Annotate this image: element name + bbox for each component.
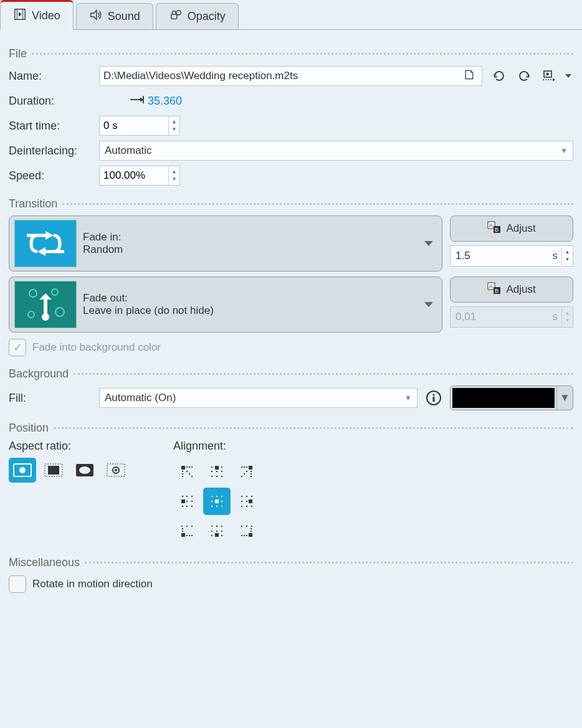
speed-up[interactable]: ▲ <box>172 168 177 176</box>
svg-rect-100 <box>251 506 252 507</box>
svg-rect-48 <box>191 466 193 468</box>
svg-rect-57 <box>221 466 222 468</box>
svg-rect-46 <box>186 466 188 468</box>
chevron-down-icon <box>424 237 433 250</box>
svg-rect-92 <box>249 499 252 503</box>
svg-rect-105 <box>182 528 183 529</box>
adjust-ab-icon: AB <box>487 282 501 298</box>
align-top-left[interactable] <box>173 458 201 485</box>
tab-opacity[interactable]: Opacity <box>156 3 239 29</box>
svg-text:B: B <box>495 227 499 233</box>
svg-point-6 <box>176 11 181 15</box>
svg-rect-82 <box>191 506 193 507</box>
svg-rect-35 <box>433 397 435 402</box>
adjust-ab-icon: AB <box>487 221 501 237</box>
svg-rect-106 <box>182 531 183 532</box>
chevron-down-icon: ▼ <box>404 394 412 402</box>
fade-out-adjust-button[interactable]: AB Adjust <box>450 277 573 303</box>
tab-video-label: Video <box>32 9 60 22</box>
svg-rect-125 <box>241 535 242 536</box>
chevron-down-icon: ▼ <box>560 146 568 155</box>
deinterlacing-select[interactable]: Automatic ▼ <box>99 141 573 161</box>
align-mid-left[interactable] <box>173 488 201 515</box>
align-center[interactable] <box>203 488 231 515</box>
fade-in-selector[interactable]: Fade in: Random <box>9 215 442 272</box>
fill-select[interactable]: Automatic (On) ▼ <box>99 388 417 408</box>
fade-in-value: Random <box>83 243 424 256</box>
fade-out-selector[interactable]: Fade out: Leave in place (do not hide) <box>9 277 442 333</box>
svg-rect-124 <box>250 531 252 532</box>
play-range-button[interactable] <box>538 65 560 87</box>
rotate-motion-checkbox[interactable] <box>9 575 26 593</box>
svg-rect-73 <box>246 471 247 472</box>
svg-marker-26 <box>39 293 52 316</box>
start-time-input[interactable]: ▲ ▼ <box>99 116 180 136</box>
svg-rect-118 <box>221 535 222 536</box>
svg-rect-65 <box>241 466 242 468</box>
section-transition: Transition <box>9 197 573 210</box>
duration-value[interactable]: 35.360 <box>148 95 182 108</box>
svg-rect-80 <box>182 506 183 507</box>
aspect-crop-button[interactable] <box>40 458 67 483</box>
fade-in-adjust-button[interactable]: AB Adjust <box>450 215 573 242</box>
svg-rect-87 <box>211 501 212 502</box>
fade-out-label: Fade out: <box>83 292 424 305</box>
svg-rect-116 <box>221 531 222 532</box>
svg-rect-111 <box>211 526 212 527</box>
svg-rect-99 <box>246 506 247 507</box>
align-bottom-left[interactable] <box>173 518 201 545</box>
svg-rect-114 <box>211 531 212 532</box>
rotate-cw-button[interactable] <box>513 65 535 87</box>
info-icon[interactable] <box>424 388 444 408</box>
tab-sound[interactable]: Sound <box>76 3 153 29</box>
rotate-ccw-button[interactable] <box>489 65 510 87</box>
color-dropdown-caret[interactable]: ▼ <box>556 386 573 410</box>
svg-rect-66 <box>244 466 245 468</box>
svg-rect-53 <box>189 473 190 475</box>
svg-rect-122 <box>251 526 252 527</box>
svg-rect-58 <box>211 471 212 472</box>
align-bottom-center[interactable] <box>203 518 231 545</box>
align-bottom-right[interactable] <box>233 518 260 545</box>
svg-rect-63 <box>221 476 222 477</box>
svg-rect-54 <box>191 476 193 477</box>
background-color-picker[interactable]: ▼ <box>450 385 573 410</box>
fade-in-time-down[interactable]: ▼ <box>565 256 570 263</box>
svg-rect-90 <box>216 506 217 507</box>
aspect-stretch-button[interactable] <box>71 458 98 483</box>
opacity-icon <box>169 8 183 25</box>
svg-rect-52 <box>186 471 188 472</box>
svg-rect-49 <box>182 471 183 472</box>
tab-video[interactable]: Video <box>0 0 74 30</box>
fade-in-time-up[interactable]: ▲ <box>565 248 570 256</box>
aspect-keep-button[interactable] <box>9 458 36 483</box>
chevron-down-icon <box>424 298 433 311</box>
svg-point-25 <box>28 311 34 318</box>
svg-rect-115 <box>216 531 217 532</box>
svg-rect-61 <box>211 476 212 477</box>
speed-down[interactable]: ▼ <box>172 176 177 183</box>
aspect-fit-button[interactable] <box>102 458 130 483</box>
align-mid-right[interactable] <box>233 488 260 515</box>
speed-input[interactable]: ▲ ▼ <box>99 166 180 186</box>
align-top-right[interactable] <box>233 458 260 485</box>
align-top-center[interactable] <box>203 458 231 485</box>
tab-bar: Video Sound Opacity <box>0 0 582 30</box>
start-time-up[interactable]: ▲ <box>172 118 177 126</box>
color-swatch-preview <box>452 388 555 408</box>
svg-rect-93 <box>241 496 242 497</box>
svg-marker-11 <box>565 74 571 78</box>
svg-point-44 <box>115 469 117 471</box>
svg-rect-89 <box>211 506 212 507</box>
fade-in-time-input[interactable]: 1.5 s ▲ ▼ <box>450 245 573 267</box>
name-input[interactable]: D:\Media\Videos\Wedding reception.m2ts <box>99 66 482 86</box>
svg-rect-62 <box>216 476 217 477</box>
label-aspect: Aspect ratio: <box>9 440 130 453</box>
browse-file-icon[interactable] <box>460 69 478 84</box>
svg-rect-56 <box>211 466 212 468</box>
svg-rect-83 <box>215 499 219 503</box>
svg-rect-85 <box>216 496 217 497</box>
svg-rect-50 <box>182 473 183 475</box>
play-range-menu-caret[interactable] <box>563 65 573 87</box>
start-time-down[interactable]: ▼ <box>172 126 177 133</box>
